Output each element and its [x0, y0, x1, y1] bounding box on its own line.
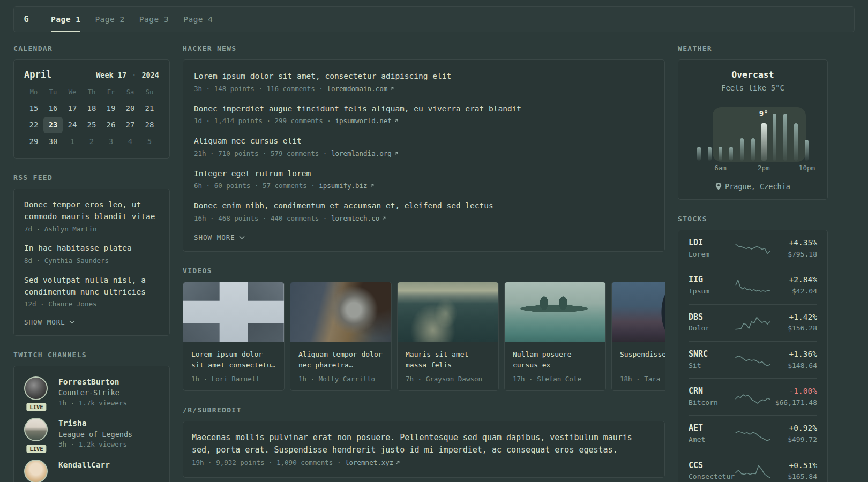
video-title[interactable]: Mauris sit amet massa felis: [406, 349, 490, 372]
stock-symbol: DBS: [689, 312, 736, 323]
left-column: CALENDAR April Week 17 · 2024 MoTuWeThFr…: [13, 44, 170, 482]
video-card[interactable]: Nullam posuere cursus ex 17h · Stefan Co…: [504, 282, 606, 391]
calendar-day: 2: [82, 133, 101, 150]
calendar-day-header: Su: [140, 88, 159, 96]
hackernews-item-title[interactable]: Integer eget rutrum lorem: [194, 168, 654, 180]
stock-change: +2.84%: [770, 274, 817, 286]
twitch-channel-row[interactable]: LIVE ForrestBurton Counter-Strike 1h · 1…: [24, 376, 159, 408]
stocks-header: STOCKS: [678, 215, 828, 223]
stock-values: +1.42% $156.28: [770, 312, 817, 334]
page-tab[interactable]: Page 1: [51, 7, 80, 32]
stock-change: +0.92%: [770, 423, 817, 434]
item-domain-link[interactable]: loremtech.co: [331, 214, 379, 222]
stock-row[interactable]: SNRC Sit +1.36% $148.64: [689, 341, 817, 378]
video-thumbnail[interactable]: [290, 282, 391, 342]
app-logo[interactable]: G: [14, 7, 39, 32]
calendar-widget: CALENDAR April Week 17 · 2024 MoTuWeThFr…: [13, 44, 170, 159]
reddit-post-title[interactable]: Maecenas mollis pulvinar erat non posuer…: [192, 432, 656, 457]
stock-values: +2.84% $42.04: [770, 274, 817, 296]
stock-price: $42.04: [770, 286, 817, 297]
calendar-year: 2024: [141, 71, 159, 79]
video-title[interactable]: Nullam posuere cursus ex: [513, 349, 597, 372]
rss-item-meta: 12d · Chance Jones: [24, 299, 159, 310]
page-tab[interactable]: Page 4: [183, 7, 213, 32]
stock-row[interactable]: IIG Ipsum +2.84% $42.04: [689, 267, 817, 304]
rss-item-title[interactable]: Donec tempor eros leo, ut commodo mauris…: [24, 199, 159, 223]
rss-card: Donec tempor eros leo, ut commodo mauris…: [13, 189, 170, 336]
calendar-day: 17: [63, 100, 82, 117]
stock-change: +4.35%: [770, 237, 817, 249]
hackernews-item-meta: 16h · 468 points · 440 comments · loremt…: [194, 214, 654, 224]
hackernews-item: Donec imperdiet augue tincidunt felis al…: [194, 103, 654, 127]
twitch-channel-name[interactable]: ForrestBurton: [58, 376, 127, 387]
twitch-channel-row[interactable]: KendallCarr: [24, 460, 159, 482]
hackernews-item-title[interactable]: Aliquam nec cursus elit: [194, 135, 654, 147]
item-domain-link[interactable]: loremdomain.com: [327, 85, 387, 93]
item-meta-text: 21h · 710 points · 579 comments ·: [194, 149, 331, 157]
rss-item-title[interactable]: Sed volutpat nulla nisl, a condimentum n…: [24, 275, 159, 298]
item-domain-link[interactable]: ipsumify.biz: [319, 182, 367, 190]
video-thumbnail[interactable]: [505, 282, 605, 342]
stock-row[interactable]: DBS Dolor +1.42% $156.28: [689, 304, 817, 341]
calendar-day: 24: [63, 117, 82, 133]
stock-symbol: CCS: [689, 460, 736, 472]
item-domain-link[interactable]: loremlandia.org: [331, 149, 392, 157]
hackernews-item-title[interactable]: Donec enim nibh, condimentum et accumsan…: [194, 200, 654, 212]
stock-name: Dolor: [689, 323, 736, 334]
video-thumbnail[interactable]: [183, 282, 284, 342]
calendar-day: 22: [24, 117, 43, 133]
video-title[interactable]: Lorem ipsum dolor sit amet consectetu…: [191, 349, 276, 372]
weather-time-label: 10pm: [799, 164, 815, 172]
twitch-channel-row[interactable]: LIVE Trisha League of Legends 3h · 1.2k …: [24, 418, 159, 449]
video-title[interactable]: Suspendisse diam: [620, 349, 665, 372]
video-card[interactable]: Mauris sit amet massa felis 7h · Grayson…: [397, 282, 499, 391]
rss-show-more-button[interactable]: SHOW MORE: [24, 318, 75, 326]
twitch-channel-name[interactable]: Trisha: [58, 418, 132, 428]
hackernews-item-title[interactable]: Donec imperdiet augue tincidunt felis al…: [194, 103, 654, 115]
stock-row[interactable]: AET Amet +0.92% $499.72: [689, 415, 817, 452]
weather-time-axis: 6am2pm10pm: [693, 164, 812, 174]
page-tabs: Page 1 Page 2 Page 3 Page 4: [39, 7, 228, 32]
video-thumbnail[interactable]: [398, 282, 498, 342]
calendar-week-info: Week 17 · 2024: [96, 71, 159, 79]
hackernews-item: Donec enim nibh, condimentum et accumsan…: [194, 200, 654, 224]
stock-name: Lorem: [689, 249, 736, 260]
show-more-label: SHOW MORE: [24, 318, 65, 326]
twitch-channel-name[interactable]: KendallCarr: [58, 460, 110, 470]
calendar-day: 5: [140, 133, 159, 150]
hackernews-item-title[interactable]: Lorem ipsum dolor sit amet, consectetur …: [194, 71, 654, 82]
external-link-icon: [394, 151, 399, 156]
external-link-icon: [395, 460, 400, 465]
stock-sparkline: [736, 313, 770, 332]
stocks-card: LDI Lorem +4.35% $795.18 IIG Ipsum +2.84…: [678, 230, 828, 482]
stock-row[interactable]: CRN Bitcorn -1.00% $66,171.48: [689, 378, 817, 415]
stock-row[interactable]: LDI Lorem +4.35% $795.18: [689, 230, 817, 267]
page-tab[interactable]: Page 3: [139, 7, 169, 32]
stock-identity: CCS Consectetur: [689, 460, 736, 482]
video-card[interactable]: Aliquam tempor dolor nec pharetra… 1h · …: [290, 282, 392, 391]
item-domain-link[interactable]: loremnet.xyz: [345, 458, 393, 466]
video-title[interactable]: Aliquam tempor dolor nec pharetra…: [298, 349, 383, 372]
weather-bar: [791, 111, 802, 161]
video-card-body: Aliquam tempor dolor nec pharetra… 1h · …: [290, 342, 391, 390]
calendar-day: 3: [101, 133, 121, 150]
video-card[interactable]: Suspendisse diam 18h · Tara: [611, 282, 665, 391]
calendar-day: 16: [43, 100, 63, 117]
video-card[interactable]: Lorem ipsum dolor sit amet consectetu… 1…: [183, 282, 285, 391]
calendar-day-header: Fr: [101, 88, 121, 96]
rss-item-title[interactable]: In hac habitasse platea: [24, 243, 159, 254]
video-thumbnail[interactable]: [612, 282, 665, 342]
video-meta: 7h · Grayson Dawson: [406, 375, 490, 383]
twitch-avatar-wrap: LIVE: [24, 376, 49, 408]
hackernews-show-more-button[interactable]: SHOW MORE: [194, 234, 245, 242]
rss-item: Donec tempor eros leo, ut commodo mauris…: [24, 199, 159, 234]
stock-change: +1.42%: [770, 312, 817, 323]
stock-price: $66,171.48: [770, 397, 817, 408]
calendar-day: 4: [121, 133, 140, 150]
twitch-header: TWITCH CHANNELS: [13, 351, 170, 359]
page-tab[interactable]: Page 2: [95, 7, 124, 32]
hackernews-header: HACKER NEWS: [183, 44, 665, 52]
item-domain-link[interactable]: ipsumworld.net: [335, 117, 391, 125]
location-pin-icon: [715, 183, 722, 190]
stock-row[interactable]: CCS Consectetur +0.51% $165.84: [689, 453, 817, 482]
